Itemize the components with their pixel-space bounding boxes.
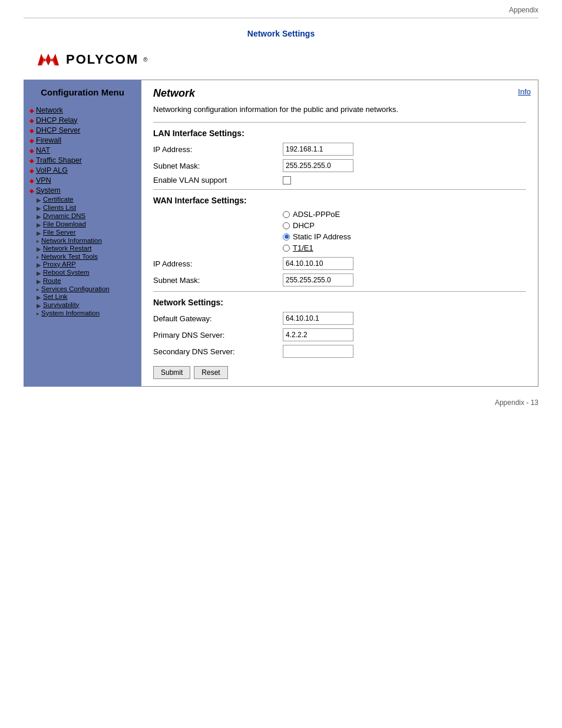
sub-item-certificate[interactable]: ▶Certificate [37, 196, 135, 203]
primary-dns-input[interactable] [283, 328, 353, 341]
wan-ip-row: IP Address: [153, 257, 526, 270]
sidebar-item-traffic-shaper[interactable]: ◆Traffic Shaper [29, 156, 135, 164]
sidebar-item-system[interactable]: ◆System [29, 186, 135, 195]
radio-t1e1-label: T1/E1 [293, 243, 313, 252]
sidebar-title: Configuration Menu [29, 87, 135, 98]
sub-item-dynamic-dns[interactable]: ▶Dynamic DNS [37, 212, 135, 220]
form-buttons: Submit Reset [153, 366, 526, 379]
sidebar-item-network[interactable]: ◆Network [29, 106, 135, 114]
secondary-dns-row: Secondary DNS Server: [153, 345, 526, 358]
logo-text: POLYCOM [66, 52, 138, 67]
sub-item-set-link[interactable]: ▶Set Link [37, 293, 135, 301]
radio-adsl-circle [283, 211, 290, 218]
radio-t1e1-circle [283, 245, 290, 252]
lan-ip-row: IP Address: [153, 143, 526, 156]
sub-item-network-test-tools[interactable]: ▸Network Test Tools [37, 253, 135, 260]
gateway-label: Default Gateway: [153, 314, 283, 323]
page-title: Network Settings [247, 29, 315, 38]
sub-item-network-information[interactable]: ▸Network Information [37, 237, 135, 244]
info-link[interactable]: Info [518, 87, 531, 96]
wan-ip-input[interactable] [283, 257, 353, 270]
wan-section-title: WAN Interface Settings: [153, 196, 526, 205]
wan-subnet-row: Subnet Mask: [153, 274, 526, 286]
sub-item-file-download[interactable]: ▶File Download [37, 220, 135, 228]
lan-subnet-label: Subnet Mask: [153, 162, 283, 170]
sidebar: Configuration Menu ◆Network ◆DHCP Relay … [24, 80, 141, 387]
sub-nav: ▶Certificate ▶Clients List ▶Dynamic DNS … [29, 196, 135, 317]
sidebar-item-vpn[interactable]: ◆VPN [29, 176, 135, 185]
lan-vlan-row: Enable VLAN support [153, 176, 526, 185]
sub-item-clients-list[interactable]: ▶Clients List [37, 204, 135, 212]
wan-subnet-label: Subnet Mask: [153, 276, 283, 285]
sidebar-item-dhcp-server[interactable]: ◆DHCP Server [29, 126, 135, 134]
content-description: Networking configuration information for… [153, 104, 526, 115]
lan-vlan-label: Enable VLAN support [153, 176, 283, 185]
radio-static-circle [283, 233, 290, 241]
polycom-logo: POLYCOM® [35, 49, 148, 70]
sub-item-proxy-arp[interactable]: ▶Proxy ARP [37, 261, 135, 268]
lan-section-title: LAN Interface Settings: [153, 129, 526, 138]
lan-subnet-row: Subnet Mask: [153, 159, 526, 172]
wan-radio-adsl[interactable]: ADSL-PPPoE [283, 210, 526, 219]
radio-dhcp-label: DHCP [293, 221, 315, 230]
lan-ip-label: IP Address: [153, 145, 283, 154]
sub-item-network-restart[interactable]: ▶Network Restart [37, 245, 135, 252]
sidebar-item-voip-alg[interactable]: ◆VoIP ALG [29, 166, 135, 174]
radio-adsl-label: ADSL-PPPoE [293, 210, 340, 219]
wan-radio-static[interactable]: Static IP Address [283, 232, 526, 241]
radio-dhcp-circle [283, 222, 290, 229]
content-heading: Network [153, 87, 526, 100]
wan-radio-dhcp[interactable]: DHCP [283, 221, 526, 230]
lan-subnet-input[interactable] [283, 159, 353, 172]
sub-item-survivability[interactable]: ▶Survivability [37, 301, 135, 309]
sidebar-item-nat[interactable]: ◆NAT [29, 146, 135, 154]
wan-radio-t1e1[interactable]: T1/E1 [283, 243, 526, 252]
primary-dns-label: Primary DNS Server: [153, 331, 283, 340]
secondary-dns-label: Secondary DNS Server: [153, 347, 283, 356]
radio-static-label: Static IP Address [293, 232, 351, 241]
network-settings-title: Network Settings: [153, 298, 526, 307]
content-area: Info Network Networking configuration in… [141, 80, 538, 387]
wan-ip-label: IP Address: [153, 259, 283, 268]
sidebar-item-dhcp-relay[interactable]: ◆DHCP Relay [29, 116, 135, 124]
sidebar-nav: ◆Network ◆DHCP Relay ◆DHCP Server ◆Firew… [29, 106, 135, 195]
sub-item-services-configuration[interactable]: ▸Services Configuration [37, 285, 135, 292]
wan-radio-group: ADSL-PPPoE DHCP Static IP Address T1/E1 [283, 210, 526, 252]
top-header-label: Appendix [509, 6, 538, 14]
lan-ip-input[interactable] [283, 143, 353, 156]
divider-1 [153, 122, 526, 123]
secondary-dns-input[interactable] [283, 345, 353, 358]
sub-item-reboot-system[interactable]: ▶Reboot System [37, 269, 135, 276]
logo-registered: ® [143, 57, 147, 63]
sub-item-route[interactable]: ▶Route [37, 277, 135, 285]
submit-button[interactable]: Submit [153, 366, 190, 379]
sub-item-system-information[interactable]: ▸System Information [37, 309, 135, 317]
reset-button[interactable]: Reset [194, 366, 227, 379]
gateway-row: Default Gateway: [153, 312, 526, 325]
sidebar-item-firewall[interactable]: ◆Firewall [29, 136, 135, 144]
divider-2 [153, 189, 526, 190]
lan-vlan-checkbox[interactable] [283, 176, 291, 185]
page-footer: Appendix - 13 [495, 398, 538, 407]
primary-dns-row: Primary DNS Server: [153, 328, 526, 341]
wan-subnet-input[interactable] [283, 274, 353, 286]
polycom-logo-icon [35, 49, 61, 70]
sub-item-file-server[interactable]: ▶File Server [37, 229, 135, 236]
gateway-input[interactable] [283, 312, 353, 325]
divider-3 [153, 291, 526, 292]
